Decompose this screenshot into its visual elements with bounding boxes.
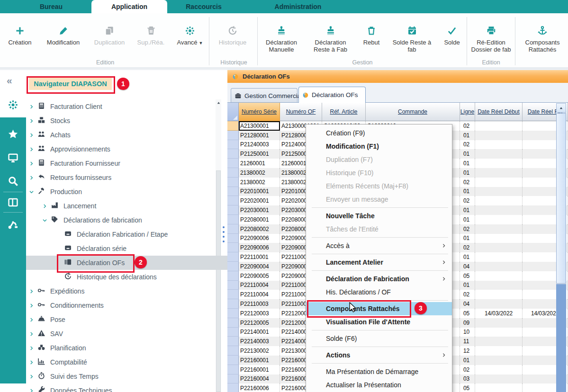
table-cell[interactable]: P22160001 [239,365,280,374]
table-cell[interactable]: 02 [460,140,475,150]
table-cell[interactable] [475,149,523,159]
table-cell[interactable]: P22110004 [239,281,280,290]
table-cell[interactable]: 11 [460,337,475,346]
chevron-right-icon[interactable] [29,317,37,322]
table-cell[interactable]: P22020001 [239,196,280,205]
row-header[interactable] [227,271,239,281]
scroll-up-icon[interactable] [556,103,566,113]
re-edition-dossier-de-fab-button[interactable]: Ré-Edition Dossier de fab [469,13,514,53]
table-cell[interactable]: 14/03/2022 [475,309,523,318]
table-scrollbar[interactable] [556,103,566,392]
table-cell[interactable]: 10 [460,328,475,337]
row-header[interactable] [227,131,239,140]
table-cell[interactable]: 02 [460,243,475,252]
table-cell[interactable]: P21280001 [239,131,280,140]
table-corner-cell[interactable] [227,103,239,121]
avance-button[interactable]: Avancé▼ [171,13,208,47]
menu-item-his-declarations-of[interactable]: His. Déclarations / OF [306,285,452,299]
table-cell[interactable]: 21260001 [239,159,280,168]
row-header[interactable] [227,178,239,187]
table-cell[interactable]: P22090005 [239,271,280,281]
table-cell[interactable]: 01 [460,252,475,262]
table-cell[interactable] [475,224,523,234]
table-cell[interactable]: 01 [460,234,475,243]
sidebar-item-facturation-client[interactable]: Facturation Client [26,99,224,114]
sidebar-item-suivi-des-temps[interactable]: Suivi des Temps [26,369,224,383]
table-cell[interactable]: P22120003 [239,309,280,318]
table-cell[interactable]: P22120005 [239,318,280,328]
table-cell[interactable] [475,131,523,140]
ribbon-tab-bureau[interactable]: Bureau [27,0,75,13]
ribbon-tab-raccourcis[interactable]: Raccourcis [177,0,231,13]
table-cell[interactable]: P21240003 [239,140,280,150]
row-header[interactable] [227,121,239,131]
table-cell[interactable]: 01 [460,149,475,159]
table-cell[interactable] [475,159,523,168]
row-header[interactable] [227,224,239,234]
declaration-reste-a-fab-button[interactable]: Déclaration Reste à Fab [308,13,353,53]
table-scrollbar-track[interactable] [556,284,566,392]
solde-button[interactable]: Solde [438,13,466,46]
table-cell[interactable]: P22080002 [239,224,280,234]
column-header-ligne[interactable]: Ligne [460,103,475,121]
menu-item-acces-a[interactable]: Accès à [306,239,452,252]
table-cell[interactable]: P22140003 [239,337,280,346]
chevron-right-icon[interactable] [29,118,37,124]
table-cell[interactable]: 04 [460,299,475,309]
table-scrollbar-thumb[interactable] [556,113,566,284]
table-cell[interactable] [475,383,523,392]
sidebar-item-conditionnements[interactable]: Conditionnements [26,298,224,312]
splitter-handle[interactable] [222,226,225,247]
sidebar-item-comptabilite[interactable]: Comptabilité [26,355,224,369]
sidebar-item-achats[interactable]: Achats [26,128,224,142]
table-cell[interactable] [475,187,523,196]
table-cell[interactable]: P22090004 [239,262,280,271]
table-cell[interactable] [475,271,523,281]
row-header[interactable] [227,337,239,346]
row-header[interactable] [227,159,239,168]
tab-gestion-commerciale[interactable]: Gestion Commerciale ... [231,88,298,103]
table-cell[interactable] [475,337,523,346]
rail-star-button[interactable] [8,129,18,142]
menu-item-actualiser-la-presentation[interactable]: Actualiser la Présentation [306,378,452,392]
rail-robot-button[interactable] [8,219,18,232]
chevron-right-icon[interactable] [29,388,37,392]
table-cell[interactable]: P22110001 [239,252,280,262]
table-cell[interactable]: 09 [460,318,475,328]
table-cell[interactable]: 04 [460,262,475,271]
row-header[interactable] [227,299,239,309]
solde-reste-a-fab-button[interactable]: Solde Reste à fab [390,13,434,53]
table-cell[interactable] [475,178,523,187]
table-cell[interactable]: P22110004 [239,290,280,299]
table-cell[interactable]: P22090006 [239,234,280,243]
sidebar-item-production[interactable]: Production [26,185,224,199]
table-cell[interactable]: 05 [460,309,475,318]
collapse-panel-button[interactable]: « [7,75,12,86]
sidebar-item-pose[interactable]: Pose [26,312,224,327]
ribbon-tab-application[interactable]: Application [91,0,167,13]
sidebar-item-planification[interactable]: Planification [26,341,224,355]
row-header[interactable] [227,374,239,384]
table-cell[interactable] [475,318,523,328]
table-cell[interactable]: A21300001 [239,121,280,131]
menu-item-nouvelle-tache[interactable]: Nouvelle Tâche [306,209,452,223]
chevron-right-icon[interactable] [29,133,37,138]
table-cell[interactable] [475,168,523,178]
table-cell[interactable] [475,234,523,243]
table-cell[interactable] [475,262,523,271]
table-cell[interactable]: P22130002 [239,346,280,356]
sidebar-item-sav[interactable]: SAV [26,327,224,341]
table-cell[interactable]: P22160004 [239,374,280,384]
sidebar-item-donnees-techniques[interactable]: Données Techniques [26,383,224,392]
table-cell[interactable]: 02 [460,178,475,187]
row-header[interactable] [227,140,239,150]
table-cell[interactable] [475,215,523,224]
table-cell[interactable] [475,140,523,150]
sidebar-item-expeditions[interactable]: Expéditions [26,284,224,298]
ribbon-tab-administration[interactable]: Administration [262,0,334,13]
row-header[interactable] [227,309,239,318]
table-cell[interactable] [475,356,523,365]
table-cell[interactable] [475,374,523,384]
declaration-manuelle-button[interactable]: Déclaration Manuelle [259,13,304,53]
table-cell[interactable]: 03 [460,374,475,384]
